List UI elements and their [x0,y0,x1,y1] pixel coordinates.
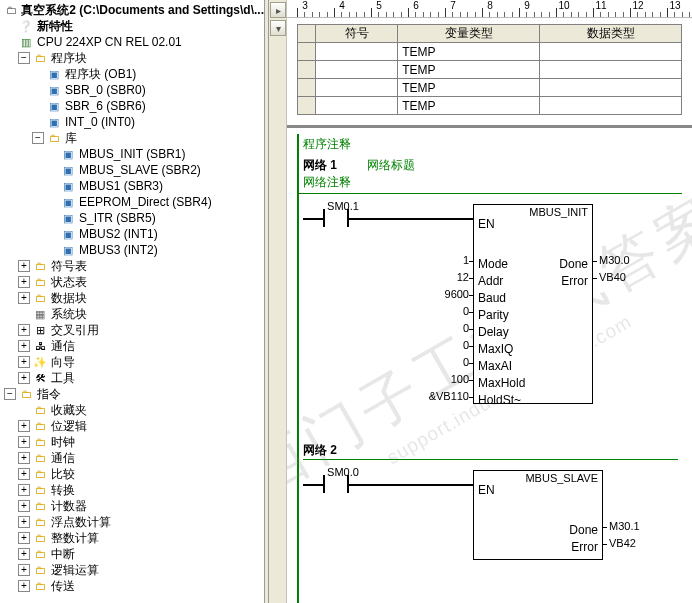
fb-input-value[interactable]: 0 [415,339,469,351]
tree-symbol-table[interactable]: + 🗀 符号表 [16,258,264,274]
tree-whatsnew[interactable]: ❔ 新特性 [16,18,264,34]
tree-program-blocks[interactable]: − 🗀 程序块 [16,50,264,66]
cpu-icon: ▥ [18,35,34,49]
network-1-header[interactable]: 网络 1 网络标题 [299,155,682,174]
var-table-row[interactable]: TEMP [298,97,682,115]
tree-data-block[interactable]: + 🗀 数据块 [16,290,264,306]
expand-icon[interactable]: + [18,340,30,352]
tree-cpu[interactable]: ▥ CPU 224XP CN REL 02.01 [16,34,264,50]
fb-input-value[interactable]: 0 [415,305,469,317]
expand-icon[interactable]: + [18,356,30,368]
expand-icon[interactable]: + [18,484,30,496]
tree-move[interactable]: + 🗀 传送 [16,578,264,594]
expand-icon[interactable]: + [18,500,30,512]
var-col-vartype[interactable]: 变量类型 [398,25,540,43]
expand-icon[interactable]: + [18,516,30,528]
tree-logic-ops[interactable]: + 🗀 逻辑运算 [16,562,264,578]
tree-label: 时钟 [51,434,75,451]
function-block-mbus-slave[interactable]: MBUS_SLAVE EN DoneError [473,470,603,560]
tree-tools[interactable]: + 🛠 工具 [16,370,264,386]
tree-sbr6[interactable]: ▣ SBR_6 (SBR6) [44,98,264,114]
expand-icon[interactable]: + [18,532,30,544]
tree-comm2[interactable]: + 🗀 通信 [16,450,264,466]
toolbar-btn-2[interactable]: ▾ [270,20,286,36]
tree-clock[interactable]: + 🗀 时钟 [16,434,264,450]
network-2-header[interactable]: 网络 2 [299,440,682,459]
expand-icon[interactable]: + [18,324,30,336]
expand-icon[interactable]: + [18,548,30,560]
network-1-ladder[interactable]: SM0.1 MBUS_INIT EN ModeAddrBaudParityDel… [303,200,678,430]
fb-pin-in: Parity [474,306,513,323]
tree-mbus3[interactable]: ▣ MBUS3 (INT2) [58,242,264,258]
ladder-editor[interactable]: 西门子工业 找答案 support.industry.siemens.com 程… [287,125,692,603]
tree-int0[interactable]: ▣ INT_0 (INT0) [44,114,264,130]
fb-input-value[interactable]: 12 [415,271,469,283]
expand-icon[interactable]: + [18,292,30,304]
toolbar-btn-1[interactable]: ▸ [270,2,286,18]
expand-icon[interactable]: + [18,452,30,464]
tree-sitr[interactable]: ▣ S_ITR (SBR5) [58,210,264,226]
tree-float-math[interactable]: + 🗀 浮点数计算 [16,514,264,530]
tree-status-table[interactable]: + 🗀 状态表 [16,274,264,290]
expand-icon[interactable]: + [18,468,30,480]
var-table-row[interactable]: TEMP [298,43,682,61]
tree-wizard[interactable]: + ✨ 向导 [16,354,264,370]
tree-system-block[interactable]: ▦ 系统块 [16,306,264,322]
tree-project-root[interactable]: 🗀 真空系统2 (C:\Documents and Settings\d\... [2,2,264,18]
function-block-mbus-init[interactable]: MBUS_INIT EN ModeAddrBaudParityDelayMaxI… [473,204,593,404]
tree-mbus1[interactable]: ▣ MBUS1 (SBR3) [58,178,264,194]
collapse-icon[interactable]: − [18,52,30,64]
expand-icon[interactable]: + [18,436,30,448]
collapse-icon[interactable]: − [32,132,44,144]
fb-output-value[interactable]: M30.0 [599,254,630,266]
tree-int-math[interactable]: + 🗀 整数计算 [16,530,264,546]
var-col-datatype[interactable]: 数据类型 [540,25,682,43]
contact-label: SM0.1 [313,200,373,214]
folder-icon: 🗀 [46,131,62,145]
fb-output-value[interactable]: VB40 [599,271,626,283]
fb-output-value[interactable]: M30.1 [609,520,640,532]
tree-label: 新特性 [37,18,73,35]
tree-cross-ref[interactable]: + ⊞ 交叉引用 [16,322,264,338]
network-2-ladder[interactable]: SM0.0 MBUS_SLAVE EN DoneError M30.1VB42 [303,466,678,576]
expand-icon[interactable]: + [18,420,30,432]
program-comment[interactable]: 程序注释 [299,134,682,155]
expand-icon[interactable]: + [18,276,30,288]
tree-favorites[interactable]: 🗀 收藏夹 [16,402,264,418]
fb-input-value[interactable]: 9600 [415,288,469,300]
tree-communications[interactable]: + 🖧 通信 [16,338,264,354]
tree-convert[interactable]: + 🗀 转换 [16,482,264,498]
fb-output-value[interactable]: VB42 [609,537,636,549]
fb-input-value[interactable]: 0 [415,322,469,334]
tree-sbr0[interactable]: ▣ SBR_0 (SBR0) [44,82,264,98]
expand-icon[interactable]: + [18,260,30,272]
tree-mbus-slave[interactable]: ▣ MBUS_SLAVE (SBR2) [58,162,264,178]
tree-compare[interactable]: + 🗀 比较 [16,466,264,482]
fb-input-value[interactable]: &VB110 [415,390,469,402]
tree-mbus-init[interactable]: ▣ MBUS_INIT (SBR1) [58,146,264,162]
project-tree[interactable]: 🗀 真空系统2 (C:\Documents and Settings\d\...… [0,0,264,603]
network-comment[interactable]: 网络注释 [299,174,682,194]
tree-instructions[interactable]: − 🗀 指令 [2,386,264,402]
tree-interrupt[interactable]: + 🗀 中断 [16,546,264,562]
expand-icon[interactable]: + [18,580,30,592]
fb-input-value[interactable]: 0 [415,356,469,368]
fb-input-value[interactable]: 1 [415,254,469,266]
tree-library[interactable]: − 🗀 库 [30,130,264,146]
network-title[interactable]: 网络标题 [367,157,415,174]
tree-eeprom[interactable]: ▣ EEPROM_Direct (SBR4) [58,194,264,210]
var-col-symbol[interactable]: 符号 [316,25,398,43]
tree-bit-logic[interactable]: + 🗀 位逻辑 [16,418,264,434]
expand-icon[interactable]: + [18,372,30,384]
var-table-row[interactable]: TEMP [298,79,682,97]
tree-counter[interactable]: + 🗀 计数器 [16,498,264,514]
expand-icon[interactable]: + [18,564,30,576]
collapse-icon[interactable]: − [4,388,16,400]
variable-table[interactable]: 符号 变量类型 数据类型 TEMPTEMPTEMPTEMP [297,24,682,115]
tree-ob1[interactable]: ▣ 程序块 (OB1) [44,66,264,82]
var-table-row[interactable]: TEMP [298,61,682,79]
tree-label: 传送 [51,578,75,595]
fb-input-value[interactable]: 100 [415,373,469,385]
tree-mbus2[interactable]: ▣ MBUS2 (INT1) [58,226,264,242]
tree-label: 程序块 [51,50,87,67]
